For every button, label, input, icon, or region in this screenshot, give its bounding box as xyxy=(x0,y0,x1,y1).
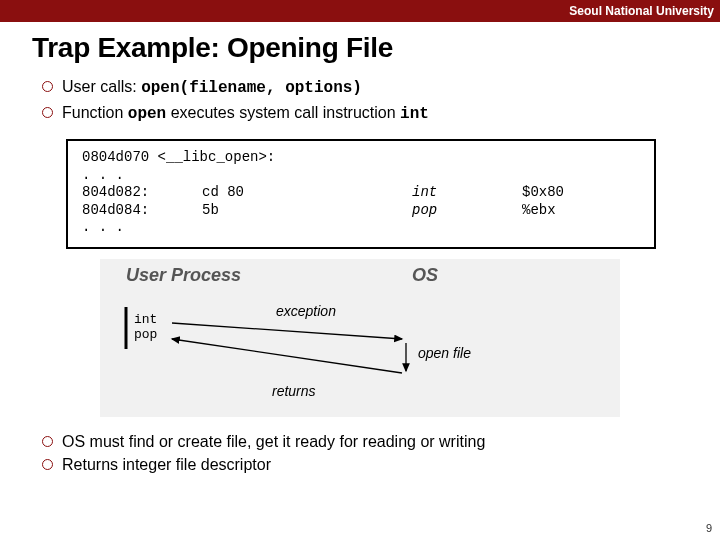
code-open: open xyxy=(128,105,166,123)
bullet-returns-fd: Returns integer file descriptor xyxy=(40,454,688,476)
code-row: 804d084: 5b pop %ebx xyxy=(82,202,640,220)
operand: $0x80 xyxy=(522,184,640,202)
addr: 804d082: xyxy=(82,184,202,202)
slide-title: Trap Example: Opening File xyxy=(32,32,688,64)
code-int: int xyxy=(400,105,429,123)
mnemonic: int xyxy=(412,184,522,202)
text: executes system call instruction xyxy=(166,104,400,121)
code-header: 0804d070 <__libc_open>: xyxy=(82,149,640,167)
bytes: 5b xyxy=(202,202,412,220)
bytes: cd 80 xyxy=(202,184,412,202)
diagram: User Process OS int pop exception open f… xyxy=(100,259,620,417)
bullet-function-open: Function open executes system call instr… xyxy=(40,102,688,126)
text: Function xyxy=(62,104,128,121)
code-open-call: open(filename, options) xyxy=(141,79,362,97)
page-number: 9 xyxy=(706,522,712,534)
arrows xyxy=(100,259,620,417)
slide-body: Trap Example: Opening File User calls: o… xyxy=(0,22,720,476)
bullet-os-must: OS must find or create file, get it read… xyxy=(40,431,688,453)
mnemonic: pop xyxy=(412,202,522,220)
code-ellipsis: . . . xyxy=(82,219,640,237)
svg-line-1 xyxy=(172,323,402,339)
disassembly-box: 0804d070 <__libc_open>: . . . 804d082: c… xyxy=(66,139,656,249)
top-bullets: User calls: open(filename, options) Func… xyxy=(32,76,688,125)
institution: Seoul National University xyxy=(569,4,714,18)
svg-line-3 xyxy=(172,339,402,373)
bullet-user-calls: User calls: open(filename, options) xyxy=(40,76,688,100)
bottom-bullets: OS must find or create file, get it read… xyxy=(32,431,688,476)
code-ellipsis: . . . xyxy=(82,167,640,185)
operand: %ebx xyxy=(522,202,640,220)
text: User calls: xyxy=(62,78,141,95)
addr: 804d084: xyxy=(82,202,202,220)
code-row: 804d082: cd 80 int $0x80 xyxy=(82,184,640,202)
header-bar: Seoul National University xyxy=(0,0,720,22)
